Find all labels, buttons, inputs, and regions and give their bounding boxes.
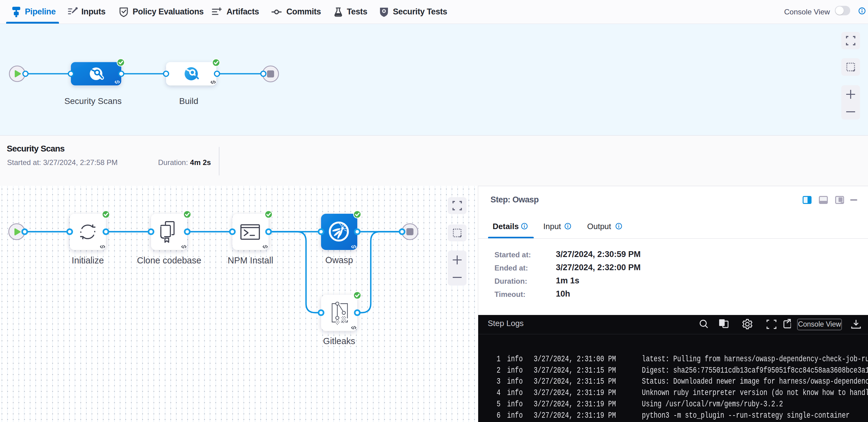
svg-text:Gitleaks: Gitleaks: [323, 336, 355, 346]
svg-text:NPM Install: NPM Install: [228, 256, 273, 265]
svg-text:Security Scans: Security Scans: [64, 96, 122, 106]
svg-text:Clone codebase: Clone codebase: [137, 256, 202, 265]
svg-text:Build: Build: [179, 96, 198, 106]
svg-text:Initialize: Initialize: [72, 256, 104, 265]
svg-text:Owasp: Owasp: [326, 255, 353, 265]
